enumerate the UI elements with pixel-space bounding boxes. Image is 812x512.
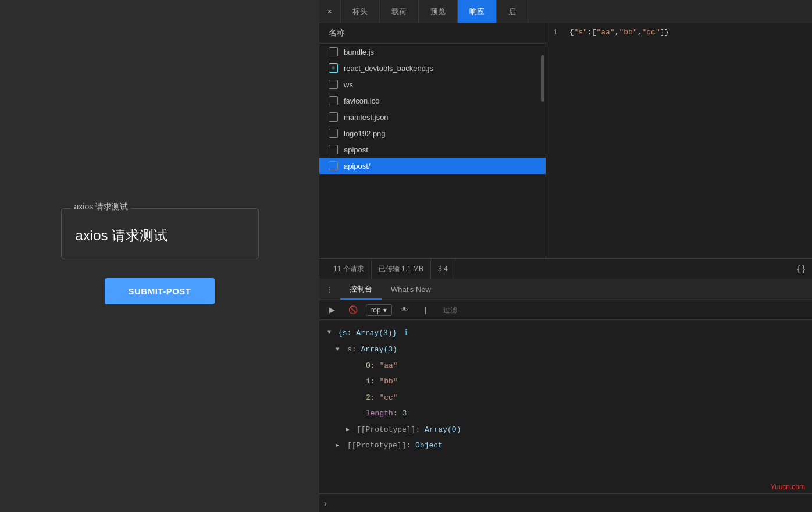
file-item-reactdevtools[interactable]: ⚛ react_devtools_backend.js <box>319 60 546 76</box>
tab-preview[interactable]: 预览 <box>419 0 458 23</box>
devtools-content-row: 名称 bundle.js ⚛ react_devtools_backend.js <box>319 23 812 258</box>
tab-initiator[interactable]: 启 <box>497 0 528 23</box>
file-item-apipost[interactable]: apipost <box>319 141 546 158</box>
file-scrollbar[interactable] <box>541 55 544 102</box>
file-name-apipost: apipost <box>344 145 368 154</box>
tab-payload[interactable]: 载荷 <box>380 0 419 23</box>
file-item-logo[interactable]: logo192.png <box>319 125 546 141</box>
console-proto2-line: ▶ [[Prototype]]: Object <box>319 438 812 454</box>
status-size: 3.4 <box>431 259 455 279</box>
tab-console[interactable]: 控制台 <box>340 279 382 300</box>
file-name-ws: ws <box>344 80 353 89</box>
console-prompt-icon: › <box>324 499 327 508</box>
console-item1-line: 1: "bb" <box>319 374 812 390</box>
file-icon-manifest <box>329 112 338 122</box>
file-icon-favicon <box>329 96 338 105</box>
file-list-panel: 名称 bundle.js ⚛ react_devtools_backend.js <box>319 23 546 258</box>
console-length-line: length: 3 <box>319 406 812 422</box>
form-card: axios 请求测试 axios 请求测试 <box>61 208 259 259</box>
top-chevron-icon: ▾ <box>383 306 387 314</box>
console-item0-line: 0: "aa" <box>319 358 812 374</box>
file-item-ws[interactable]: ws <box>319 76 546 93</box>
console-area: ▼ {s: Array(3)} ℹ ▼ s: Array(3) 0: "aa" … <box>319 320 812 512</box>
file-list-wrapper: bundle.js ⚛ react_devtools_backend.js ws <box>319 44 546 258</box>
file-list: bundle.js ⚛ react_devtools_backend.js ws <box>319 44 546 174</box>
triangle-s-icon: ▼ <box>336 345 339 354</box>
file-item-favicon[interactable]: favicon.ico <box>319 93 546 109</box>
devtools-topbar: × 标头 载荷 预览 响应 启 <box>319 0 812 23</box>
file-icon-apipost <box>329 145 338 154</box>
file-icon-ws <box>329 80 338 89</box>
file-name-bundlejs: bundle.js <box>344 48 374 56</box>
tab-response[interactable]: 响应 <box>458 0 497 23</box>
file-icon-apipost-dir <box>329 161 338 170</box>
left-panel: axios 请求测试 axios 请求测试 SUBMIT-POST <box>0 0 319 512</box>
triangle-proto2-icon: ▶ <box>336 441 339 450</box>
divider: | <box>418 304 434 317</box>
console-item2-line: 2: "cc" <box>319 390 812 406</box>
top-selector[interactable]: top ▾ <box>366 304 392 316</box>
file-icon-logo <box>329 129 338 138</box>
console-object-line: ▼ {s: Array(3)} ℹ <box>319 325 812 342</box>
triangle-proto1-icon: ▶ <box>346 425 350 434</box>
tab-whatsnew[interactable]: What's New <box>382 279 440 300</box>
file-name-logo: logo192.png <box>344 129 386 138</box>
file-item-manifest[interactable]: manifest.json <box>319 109 546 125</box>
response-line-1: 1 {"s":["aa","bb","cc"]} <box>553 28 805 37</box>
form-card-legend: axios 请求测试 <box>71 202 132 212</box>
status-bar: 11 个请求 已传输 1.1 MB 3.4 { } <box>319 258 812 279</box>
file-name-apipost-dir: apipost/ <box>344 162 371 170</box>
status-requests: 11 个请求 <box>326 259 372 279</box>
status-transferred: 已传输 1.1 MB <box>372 259 431 279</box>
form-card-value: axios 请求测试 <box>76 226 244 245</box>
console-output: ▼ {s: Array(3)} ℹ ▼ s: Array(3) 0: "aa" … <box>319 320 812 493</box>
console-proto1-line: ▶ [[Prototype]]: Array(0) <box>319 422 812 438</box>
console-toolbar: ▶ 🚫 top ▾ 👁 | <box>319 300 812 320</box>
devtools-panel: × 标头 载荷 预览 响应 启 名称 bundle.js <box>319 0 812 512</box>
console-bottom: › <box>319 493 812 512</box>
file-name-manifest: manifest.json <box>344 113 389 122</box>
console-menu-icon[interactable]: ⋮ <box>319 279 340 300</box>
top-label: top <box>371 306 381 314</box>
line-number-1: 1 <box>553 28 558 37</box>
devtools-top-section: 名称 bundle.js ⚛ react_devtools_backend.js <box>319 23 812 279</box>
file-name-favicon: favicon.ico <box>344 97 379 105</box>
tab-headers[interactable]: 标头 <box>341 0 380 23</box>
file-list-header: 名称 <box>319 23 546 44</box>
response-panel: 1 {"s":["aa","bb","cc"]} <box>546 23 812 258</box>
submit-post-button[interactable]: SUBMIT-POST <box>105 278 214 304</box>
file-icon-reactdevtools: ⚛ <box>329 63 338 73</box>
devtools-tab-bar: × 标头 载荷 预览 响应 启 <box>319 0 528 23</box>
stop-button[interactable]: 🚫 <box>345 304 361 317</box>
console-tabs: ⋮ 控制台 What's New <box>319 279 812 300</box>
file-icon-bundlejs <box>329 47 338 56</box>
eye-icon[interactable]: 👁 <box>397 304 413 317</box>
file-item-bundlejs[interactable]: bundle.js <box>319 44 546 60</box>
file-item-apipost-dir[interactable]: apipost/ <box>319 158 546 174</box>
play-button[interactable]: ▶ <box>324 304 340 317</box>
console-s-array-line: ▼ s: Array(3) <box>319 342 812 358</box>
triangle-icon: ▼ <box>327 328 331 337</box>
info-icon: ℹ <box>405 328 408 337</box>
file-name-reactdevtools: react_devtools_backend.js <box>344 64 433 73</box>
watermark: Yuucn.com <box>771 483 805 491</box>
close-tab[interactable]: × <box>319 0 341 23</box>
status-braces: { } <box>797 264 805 273</box>
filter-input[interactable] <box>439 305 807 315</box>
